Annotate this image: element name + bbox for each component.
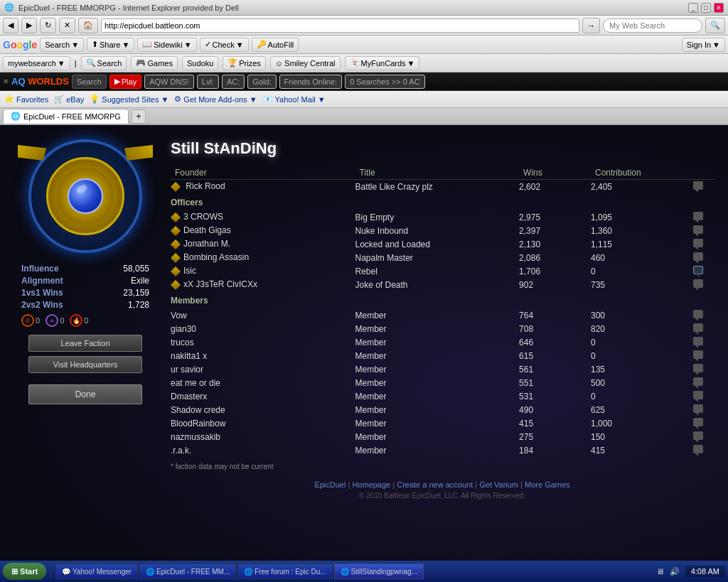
achievement-2: ☠ 0 xyxy=(46,314,64,327)
homepage-link[interactable]: Homepage xyxy=(352,480,390,489)
chat-icon[interactable] xyxy=(693,418,703,426)
favorites-link[interactable]: ⭐ Favorites xyxy=(4,95,48,104)
wins2v2-row: 2vs2 Wins 1,728 xyxy=(21,300,149,310)
play-button[interactable]: ▶ Play xyxy=(109,75,141,89)
chat-icon[interactable] xyxy=(693,323,703,332)
visit-hq-button[interactable]: Visit Headquarters xyxy=(28,356,142,373)
sudoku-button[interactable]: Sudoku xyxy=(182,56,218,70)
get-varium-link[interactable]: Get Varium xyxy=(479,480,518,489)
standing-taskbar-icon: 🌐 xyxy=(341,568,349,576)
start-button[interactable]: ⊞ Start xyxy=(3,563,46,580)
search-button-2[interactable]: 🔍 Search xyxy=(81,56,127,70)
addons-link[interactable]: ⚙ Get More Add-ons ▼ xyxy=(174,95,257,104)
aqw-search-button[interactable]: Search xyxy=(72,75,107,89)
aqwdns-button[interactable]: AQW DNS! xyxy=(144,75,194,89)
games-button[interactable]: 🎮 Games xyxy=(131,56,177,70)
faction-note: * faction data may not be current xyxy=(171,463,714,470)
chat-icon[interactable] xyxy=(693,364,703,372)
chat-icon[interactable] xyxy=(693,252,703,261)
epicduel-link[interactable]: EpicDuel xyxy=(314,480,346,489)
chat-icon[interactable] xyxy=(693,212,703,220)
members-label: Members xyxy=(171,293,710,307)
ebay-link[interactable]: 🛒 eBay xyxy=(54,95,84,104)
fire-icon: 🔥 xyxy=(70,314,82,327)
search-input[interactable] xyxy=(603,18,702,33)
forum-taskbar-icon: 🌐 xyxy=(244,568,252,576)
table-row: 3 CROWS Big Empty 2,975 1,095 xyxy=(171,210,714,224)
members-table: Founder Title Wins Contribution Rick Roo… xyxy=(171,166,714,457)
autofill-button[interactable]: 🔑 AutoFill xyxy=(252,38,299,52)
maximize-button[interactable]: □ xyxy=(701,3,711,13)
forward-button[interactable]: ▶ xyxy=(21,18,37,33)
smiley-button[interactable]: ☺ Smiley Central xyxy=(270,56,341,70)
gold-button[interactable]: Gold: xyxy=(247,75,276,89)
create-account-link[interactable]: Create a new account xyxy=(397,480,473,489)
badge-pattern xyxy=(57,168,114,225)
chat-icon[interactable] xyxy=(693,391,703,399)
main-tab[interactable]: 🌐 EpicDuel - FREE MMORPG xyxy=(3,109,129,124)
searches-button[interactable]: 0 Searches >> 0 AC xyxy=(345,75,424,89)
friends-button[interactable]: Friends Online: xyxy=(279,75,343,89)
sidewiki-button[interactable]: 📖 Sidewiki ▼ xyxy=(137,38,196,52)
col-title: Title xyxy=(355,166,519,180)
chat-icon[interactable] xyxy=(693,181,703,190)
taskbar-btn-yahoo[interactable]: 💬 Yahoo! Messenger xyxy=(55,564,138,579)
suggested-link[interactable]: 💡 Suggested Sites ▼ xyxy=(90,95,168,104)
search-go-button[interactable]: 🔍 xyxy=(705,18,725,33)
nav-bar: ◀ ▶ ↻ ✕ 🏠 → 🔍 xyxy=(0,16,728,36)
table-row: nakitta1 x Member 615 0 xyxy=(171,349,714,362)
back-button[interactable]: ◀ xyxy=(3,18,18,33)
right-panel: Still StAnDiNg Founder Title Wins Contri… xyxy=(156,139,714,555)
more-games-link[interactable]: More Games xyxy=(525,480,570,489)
chat-icon[interactable] xyxy=(693,445,703,453)
done-button[interactable]: Done xyxy=(28,384,142,404)
new-tab-button[interactable]: + xyxy=(132,109,146,124)
close-button[interactable]: ✕ xyxy=(714,3,724,13)
chat-icon[interactable] xyxy=(693,404,703,413)
officers-label: Officers xyxy=(171,195,710,209)
clock: 4:08 AM xyxy=(685,566,725,577)
chat-icon[interactable] xyxy=(693,266,703,274)
chat-icon[interactable] xyxy=(693,337,703,345)
badge-circle xyxy=(57,168,114,225)
chat-icon[interactable] xyxy=(693,279,703,288)
minimize-button[interactable]: _ xyxy=(688,3,698,13)
members-header-row: Members xyxy=(171,291,714,308)
badge-gem xyxy=(68,178,103,214)
share-button[interactable]: ⬆ Share ▼ xyxy=(87,38,134,52)
taskbar-btn-forum[interactable]: 🌐 Free forum : Epic Du... xyxy=(237,564,332,579)
refresh-button[interactable]: ↻ xyxy=(40,18,56,33)
myfuncards-button[interactable]: 🃏 MyFunCards ▼ xyxy=(345,56,420,70)
google-logo: Google xyxy=(3,39,37,50)
yahoo-taskbar-icon: 💬 xyxy=(62,568,70,576)
signin-button[interactable]: Sign In ▼ xyxy=(682,38,725,52)
faction-name: Still StAnDiNg xyxy=(171,139,714,158)
address-input[interactable] xyxy=(101,18,579,33)
taskbar-btn-standing[interactable]: 🌐 StillStandingpwnag... xyxy=(334,564,424,579)
prizes-button[interactable]: 🏆 Prizes xyxy=(223,56,266,70)
chat-icon[interactable] xyxy=(693,310,703,318)
chat-icon[interactable] xyxy=(693,350,703,359)
alignment-label: Alignment xyxy=(21,276,63,286)
mywebsearch-button[interactable]: mywebsearch ▼ xyxy=(3,56,70,70)
stop-button[interactable]: ✕ xyxy=(59,18,75,33)
badge-wings xyxy=(18,145,153,161)
officer-icon-3 xyxy=(171,239,181,249)
skull-icon: ☠ xyxy=(46,314,58,327)
yahoo-link[interactable]: 📧 Yahoo! Mail ▼ xyxy=(263,95,326,104)
stats-section: Influence 58,055 Alignment Exile 1vs1 Wi… xyxy=(14,260,156,335)
chat-icon[interactable] xyxy=(693,225,703,234)
ac-button[interactable]: AC: xyxy=(222,75,245,89)
chat-icon[interactable] xyxy=(693,431,703,440)
home-button[interactable]: 🏠 xyxy=(78,18,98,33)
founder-name: Rick Rood xyxy=(171,180,355,194)
taskbar-btn-epicduel[interactable]: 🌐 EpicDuel - FREE MM... xyxy=(139,564,236,579)
lvl-button[interactable]: Lvl: xyxy=(197,75,219,89)
chat-icon[interactable] xyxy=(693,377,703,386)
chat-icon[interactable] xyxy=(693,239,703,247)
leave-faction-button[interactable]: Leave Faction xyxy=(28,335,142,352)
go-button[interactable]: → xyxy=(582,18,600,33)
google-search-button[interactable]: Search ▼ xyxy=(40,38,84,52)
check-button[interactable]: ✓ Check ▼ xyxy=(200,38,249,52)
officer-icon-1 xyxy=(171,212,181,222)
